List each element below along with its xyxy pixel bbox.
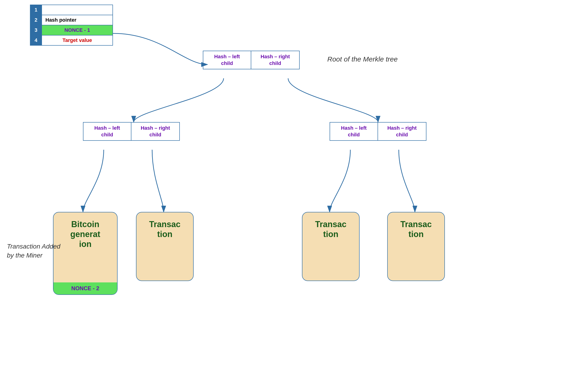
nonce-2-bar: NONCE - 2	[53, 282, 117, 294]
block-row-4: 4 Target value	[30, 35, 113, 45]
target-value-label: Target value	[42, 35, 113, 45]
nonce-1-label: NONCE - 1	[42, 25, 113, 35]
tx-4-text: Transaction	[396, 212, 436, 241]
mid-right-right-cell: Hash – rightchild	[378, 122, 426, 140]
row-num-1: 1	[30, 5, 42, 15]
mid-left-left-cell: Hash – leftchild	[84, 122, 131, 140]
row-num-3: 3	[30, 25, 42, 35]
row-num-2: 2	[30, 15, 42, 25]
mid-left-right-cell: Hash – rightchild	[131, 122, 179, 140]
hash-pointer-label: Hash pointer	[42, 15, 113, 25]
mid-right-left-cell: Hash – leftchild	[330, 122, 378, 140]
miner-label: Transaction Addedby the Miner	[7, 242, 60, 260]
tx-box-2: Transaction	[136, 212, 194, 281]
tx-2-text: Transaction	[145, 212, 185, 241]
root-label: Root of the Merkle tree	[327, 55, 398, 63]
row-num-4: 4	[30, 35, 42, 45]
tx-3-text: Transaction	[311, 212, 351, 241]
row-content-1	[42, 5, 113, 15]
block-row-1: 1	[30, 5, 113, 15]
block-row-2: 2 Hash pointer	[30, 15, 113, 25]
root-left-cell: Hash – leftchild	[203, 51, 251, 69]
root-node: Hash – leftchild Hash – rightchild	[203, 51, 300, 69]
mid-left-node: Hash – leftchild Hash – rightchild	[83, 122, 180, 141]
block-row-3: 3 NONCE - 1	[30, 25, 113, 35]
tx-bitcoin-generation: Bitcoingeneration NONCE - 2	[53, 212, 118, 295]
tx-box-3: Transaction	[302, 212, 359, 281]
block-header-table: 1 2 Hash pointer 3 NONCE - 1 4 Target va…	[30, 5, 113, 46]
root-right-cell: Hash – rightchild	[251, 51, 299, 69]
mid-right-node: Hash – leftchild Hash – rightchild	[330, 122, 426, 141]
tx-bitcoin-text: Bitcoingeneration	[66, 212, 105, 252]
tx-box-4: Transaction	[387, 212, 445, 281]
